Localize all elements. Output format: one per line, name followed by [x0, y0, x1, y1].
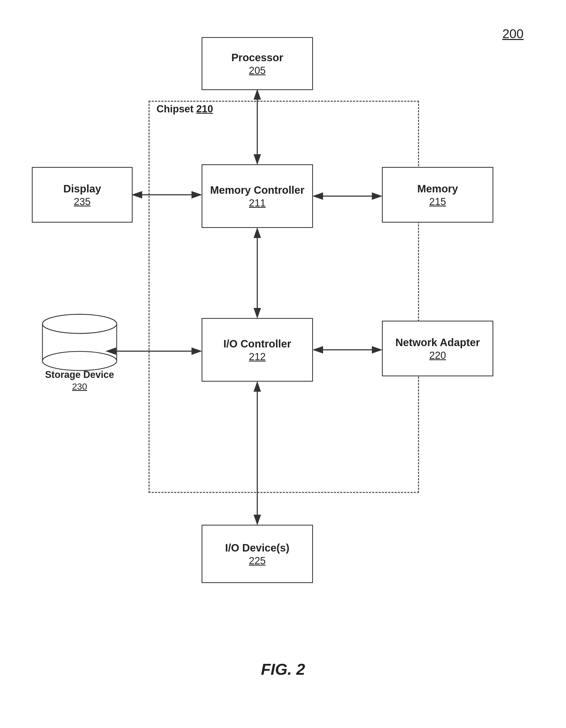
memory-controller-box: Memory Controller 211 — [201, 164, 313, 228]
svg-point-2 — [42, 351, 117, 370]
diagram-number: 200 — [502, 27, 524, 41]
io-controller-box: I/O Controller 212 — [201, 318, 313, 382]
diagram-container: 200 Chipset 210 Processor 205 Memory Con… — [0, 16, 566, 705]
memory-box: Memory 215 — [382, 167, 493, 223]
io-devices-box: I/O Device(s) 225 — [201, 525, 313, 583]
storage-device-cylinder: Storage Device 230 — [27, 310, 133, 395]
chipset-box — [148, 101, 419, 493]
network-adapter-box: Network Adapter 220 — [382, 321, 493, 376]
display-box: Display 235 — [32, 167, 133, 223]
figure-label: FIG. 2 — [261, 660, 305, 678]
processor-box: Processor 205 — [201, 37, 313, 90]
chipset-label: Chipset 210 — [156, 103, 213, 115]
